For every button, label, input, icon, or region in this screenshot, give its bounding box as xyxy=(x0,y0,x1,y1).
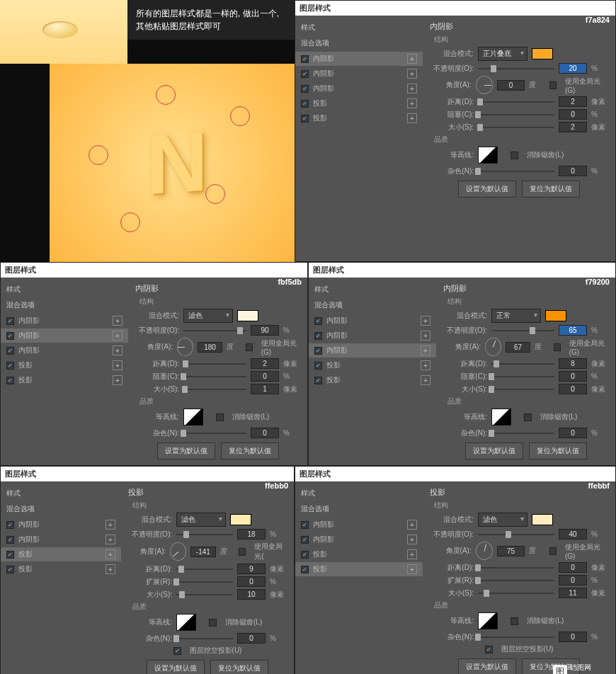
angle-input[interactable]: 180 xyxy=(198,342,223,353)
angle-input[interactable]: 67 xyxy=(506,342,531,353)
effect-checkbox[interactable] xyxy=(314,377,322,384)
global-light-checkbox[interactable] xyxy=(246,343,253,351)
effect-item-2[interactable]: 投影 + xyxy=(1,547,121,561)
angle-dial[interactable] xyxy=(476,76,494,94)
add-effect-icon[interactable]: + xyxy=(421,316,430,326)
add-effect-icon[interactable]: + xyxy=(407,549,417,559)
size-input[interactable]: 1 xyxy=(251,384,279,394)
size-input[interactable]: 0 xyxy=(559,384,587,394)
opacity-slider[interactable] xyxy=(176,534,233,535)
antialias-checkbox[interactable] xyxy=(511,152,518,159)
add-effect-icon[interactable]: + xyxy=(113,345,122,355)
make-default-button[interactable]: 设置为默认值 xyxy=(458,658,516,674)
effect-item-4[interactable]: 投影 + xyxy=(1,373,128,387)
blend-options[interactable]: 混合选项 xyxy=(295,501,423,517)
effect-checkbox[interactable] xyxy=(314,347,322,355)
effect-checkbox[interactable] xyxy=(6,521,14,529)
add-effect-icon[interactable]: + xyxy=(407,54,417,64)
blend-options[interactable]: 混合选项 xyxy=(295,35,423,51)
effect-item-2[interactable]: 内阴影 + xyxy=(295,81,423,96)
add-effect-icon[interactable]: + xyxy=(105,520,115,530)
distance-slider[interactable] xyxy=(183,363,246,365)
effect-item-2[interactable]: 投影 + xyxy=(295,547,423,561)
distance-input[interactable]: 2 xyxy=(559,96,587,107)
angle-dial[interactable] xyxy=(170,542,186,561)
add-effect-icon[interactable]: + xyxy=(407,98,417,108)
blend-options[interactable]: 混合选项 xyxy=(1,297,128,313)
effect-item-2[interactable]: 内阴影 + xyxy=(1,343,128,358)
opacity-input[interactable]: 20 xyxy=(559,63,587,74)
effect-item-4[interactable]: 投影 + xyxy=(309,373,436,387)
effect-checkbox[interactable] xyxy=(314,317,322,325)
add-effect-icon[interactable]: + xyxy=(407,535,417,544)
add-effect-icon[interactable]: + xyxy=(105,549,115,559)
effect-item-2[interactable]: 内阴影 + xyxy=(309,343,436,358)
make-default-button[interactable]: 设置为默认值 xyxy=(147,660,205,674)
add-effect-icon[interactable]: + xyxy=(421,345,430,355)
effect-item-0[interactable]: 内阴影 + xyxy=(295,518,423,532)
opacity-slider[interactable] xyxy=(478,68,554,69)
angle-dial[interactable] xyxy=(177,338,193,356)
effect-checkbox[interactable] xyxy=(6,377,14,384)
size-input[interactable]: 2 xyxy=(559,122,587,132)
effect-checkbox[interactable] xyxy=(314,332,322,340)
spread-input[interactable]: 0 xyxy=(237,576,266,587)
antialias-checkbox[interactable] xyxy=(524,413,532,421)
global-light-checkbox[interactable] xyxy=(554,343,561,351)
effect-checkbox[interactable] xyxy=(6,347,14,355)
global-light-checkbox[interactable] xyxy=(549,547,557,555)
distance-input[interactable]: 2 xyxy=(251,358,279,369)
make-default-button[interactable]: 设置为默认值 xyxy=(465,442,523,459)
angle-dial[interactable] xyxy=(476,542,494,560)
choke-slider[interactable] xyxy=(478,114,554,115)
opacity-slider[interactable] xyxy=(491,330,554,331)
opacity-input[interactable]: 40 xyxy=(559,529,587,539)
reset-default-button[interactable]: 复位为默认值 xyxy=(522,181,580,198)
effect-checkbox[interactable] xyxy=(301,100,309,108)
add-effect-icon[interactable]: + xyxy=(407,113,417,123)
size-input[interactable]: 10 xyxy=(237,589,266,600)
angle-dial[interactable] xyxy=(485,338,501,356)
effect-checkbox[interactable] xyxy=(6,566,14,573)
knockout-checkbox[interactable] xyxy=(173,647,181,655)
distance-slider[interactable] xyxy=(491,363,554,365)
effect-item-3[interactable]: 投影 + xyxy=(1,562,121,576)
distance-input[interactable]: 0 xyxy=(559,562,587,573)
add-effect-icon[interactable]: + xyxy=(407,84,417,93)
knockout-checkbox[interactable] xyxy=(485,646,493,653)
noise-slider[interactable] xyxy=(491,433,554,434)
add-effect-icon[interactable]: + xyxy=(113,375,122,385)
contour-picker[interactable] xyxy=(491,409,511,425)
distance-slider[interactable] xyxy=(176,569,233,570)
effect-checkbox[interactable] xyxy=(301,551,309,559)
opacity-slider[interactable] xyxy=(478,534,554,535)
effect-item-3[interactable]: 投影 + xyxy=(309,358,436,372)
color-swatch[interactable] xyxy=(545,310,566,321)
blend-mode-select[interactable]: 滤色 xyxy=(478,513,527,527)
add-effect-icon[interactable]: + xyxy=(105,564,115,574)
add-effect-icon[interactable]: + xyxy=(105,535,115,544)
reset-default-button[interactable]: 复位为默认值 xyxy=(221,442,279,459)
noise-slider[interactable] xyxy=(183,433,246,434)
make-default-button[interactable]: 设置为默认值 xyxy=(157,442,215,459)
effect-item-0[interactable]: 内阴影 + xyxy=(1,314,128,328)
opacity-input[interactable]: 90 xyxy=(251,325,279,336)
spread-slider[interactable] xyxy=(176,581,233,583)
opacity-input[interactable]: 18 xyxy=(237,529,266,539)
global-light-checkbox[interactable] xyxy=(549,81,557,89)
distance-slider[interactable] xyxy=(478,567,554,569)
effect-checkbox[interactable] xyxy=(314,362,322,370)
reset-default-button[interactable]: 复位为默认值 xyxy=(210,660,268,674)
effect-checkbox[interactable] xyxy=(6,362,14,370)
contour-picker[interactable] xyxy=(176,614,196,631)
antialias-checkbox[interactable] xyxy=(216,413,224,421)
blend-mode-select[interactable]: 滤色 xyxy=(183,309,233,323)
noise-input[interactable]: 0 xyxy=(559,428,587,438)
blend-mode-select[interactable]: 滤色 xyxy=(176,513,226,527)
noise-input[interactable]: 0 xyxy=(251,428,279,438)
size-slider[interactable] xyxy=(491,389,554,390)
effect-checkbox[interactable] xyxy=(6,317,14,325)
add-effect-icon[interactable]: + xyxy=(407,520,417,530)
effect-item-1[interactable]: 内阴影 + xyxy=(295,532,423,547)
effect-checkbox[interactable] xyxy=(301,70,309,78)
